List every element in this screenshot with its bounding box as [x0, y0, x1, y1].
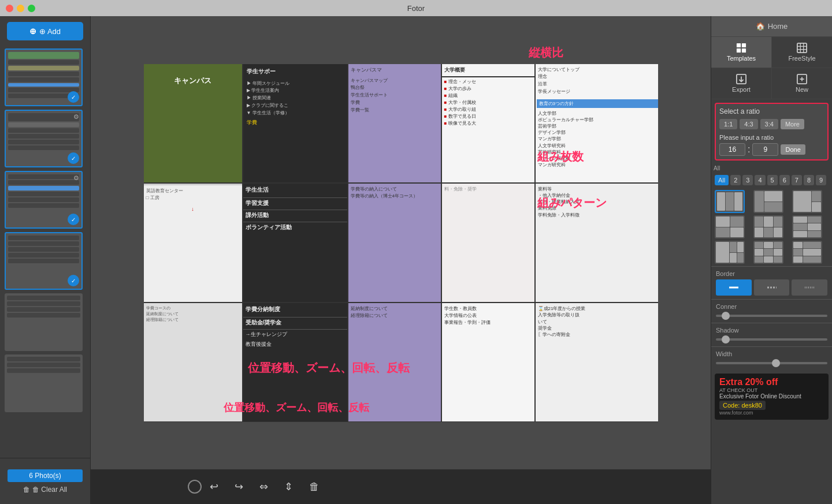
- ratio-1-1[interactable]: 1:1: [719, 119, 737, 129]
- canvas-cell[interactable]: キャンパス: [144, 64, 242, 182]
- canvas-cell[interactable]: 英語教育センター□ 工房 ↓: [144, 184, 242, 302]
- corner-section: Conner: [711, 299, 832, 323]
- templates-label: Templates: [727, 55, 756, 62]
- count-6[interactable]: 6: [779, 175, 790, 185]
- home-button[interactable]: 🏠 Home: [711, 16, 832, 37]
- canvas-cell[interactable]: 学費分納制度 受助金/奨学金 →生チャレンジプ 教育後援金: [243, 303, 347, 421]
- border-style-1[interactable]: [716, 279, 752, 296]
- ratio-3-4[interactable]: 3:4: [760, 119, 778, 129]
- bottom-bar: 6 Photo(s) 🗑 🗑 Clear All: [0, 458, 90, 504]
- minimize-button[interactable]: [17, 5, 24, 12]
- count-4[interactable]: 4: [755, 175, 765, 185]
- promo-banner[interactable]: Extra 20% off AT CHECK OUT Exclusive Fot…: [715, 374, 829, 420]
- pattern-thumb[interactable]: [792, 215, 822, 238]
- svg-rect-2: [737, 48, 741, 53]
- export-button[interactable]: Export: [711, 68, 772, 99]
- canvas-cell[interactable]: 延納制度について 経理除籍について: [348, 303, 441, 421]
- canvas-cell[interactable]: 大学についてトップ 理念 沿革 学長メッセージ 教育の3つの方針 人文学部 ポピ…: [536, 64, 658, 182]
- ratio-input-label: Please input a ratio: [719, 134, 824, 141]
- list-item[interactable]: ⚙ ✓: [5, 171, 83, 229]
- ratio-panel: Select a ratio 1:1 4:3 3:4 More Please i…: [715, 103, 829, 160]
- promo-off-text: Extra 20% off: [719, 377, 824, 387]
- canvas-cell[interactable]: 学生サポー ▶ 年間スケジュール ▶ 学生生活案内 ▶ 授業関連 ▶ クラブに関…: [243, 64, 347, 182]
- templates-button[interactable]: Templates: [711, 37, 772, 68]
- grid-icon: [736, 43, 746, 53]
- pattern-thumb[interactable]: [753, 190, 783, 213]
- promo-code: Code: desk80: [719, 401, 766, 410]
- count-7[interactable]: 7: [792, 175, 802, 185]
- check-badge: ✓: [68, 152, 79, 164]
- distribute-button[interactable]: ⇕: [281, 477, 296, 496]
- photo-count: 6 Photo(s): [8, 469, 83, 482]
- list-item[interactable]: ✓: [5, 48, 83, 106]
- pattern-thumb[interactable]: [792, 190, 822, 213]
- add-label: ⊕ Add: [39, 27, 61, 36]
- new-button[interactable]: New: [772, 68, 832, 99]
- pattern-thumb[interactable]: [715, 241, 745, 264]
- delete-button[interactable]: 🗑: [306, 477, 323, 496]
- maximize-button[interactable]: [28, 5, 35, 12]
- svg-rect-4: [797, 43, 807, 53]
- collage-canvas[interactable]: キャンパス 学生サポー ▶ 年間スケジュール ▶ 学生生活案内 ▶ 授業関連 ▶…: [144, 64, 658, 422]
- close-button[interactable]: [6, 5, 13, 12]
- count-all[interactable]: All: [715, 175, 729, 185]
- border-icon-1: [729, 283, 738, 292]
- pattern-thumb[interactable]: [753, 215, 783, 238]
- count-label: All: [711, 164, 832, 173]
- pattern-thumb[interactable]: [715, 215, 745, 238]
- ratio-4-3[interactable]: 4:3: [740, 119, 757, 129]
- canvas-cell[interactable]: キャンパスマ キャンパスマップ鴨台祭学生生活サポート学費学費一覧: [348, 64, 441, 182]
- left-panel: ⊕ ⊕ Add ✓: [0, 16, 91, 504]
- settings-icon[interactable]: ⚙: [73, 174, 79, 182]
- border-style-3[interactable]: [792, 279, 827, 296]
- settings-icon[interactable]: ⚙: [73, 113, 79, 121]
- freestyle-button[interactable]: FreeStyle: [772, 37, 832, 68]
- new-label: New: [796, 86, 808, 93]
- freestyle-icon: [797, 43, 807, 53]
- freestyle-label: FreeStyle: [788, 55, 815, 62]
- clear-all-button[interactable]: 🗑 🗑 Clear All: [23, 486, 67, 494]
- canvas-toolbar: ↩ ↪ ⇔ ⇕ 🗑: [91, 469, 711, 504]
- canvas-cell[interactable]: 大学概要 ■ 理念・メッセ ■ 大学の歩み ■ 組織 ■ 大学・付属校 ■ 大学…: [442, 64, 534, 182]
- add-button[interactable]: ⊕ ⊕ Add: [7, 22, 83, 40]
- trash-icon: 🗑: [23, 486, 30, 494]
- export-label: Export: [732, 86, 751, 93]
- pattern-thumb[interactable]: [753, 241, 783, 264]
- count-2[interactable]: 2: [730, 175, 741, 185]
- main-layout: ⊕ ⊕ Add ✓: [0, 16, 832, 504]
- canvas-cell[interactable]: 料・免除・奨学: [442, 184, 534, 302]
- count-3[interactable]: 3: [742, 175, 753, 185]
- list-item[interactable]: ✓: [5, 232, 83, 290]
- canvas-cell[interactable]: 業料等 ・他入学納付金 学料・授業料納入方 業料免除 学料免除・入学料徴: [536, 184, 658, 302]
- count-5[interactable]: 5: [767, 175, 778, 185]
- right-panel: 🏠 Home Templates FreeStyle: [711, 16, 832, 504]
- swap-button[interactable]: ⇔: [256, 477, 272, 496]
- count-9[interactable]: 9: [816, 175, 826, 185]
- width-label: Width: [716, 350, 827, 357]
- promo-desc: Exclusive Fotor Online Discount: [719, 393, 824, 400]
- ratio-input-2[interactable]: [752, 143, 778, 156]
- canvas-cell[interactable]: 学費等の納入について 学費等の納入（博士4年コース）: [348, 184, 441, 302]
- ratio-input-1[interactable]: [719, 143, 745, 156]
- home-label: Home: [768, 22, 788, 31]
- pattern-thumb[interactable]: [792, 241, 822, 264]
- pattern-thumb[interactable]: [715, 190, 745, 213]
- list-item[interactable]: [5, 293, 83, 351]
- border-style-2[interactable]: [754, 279, 790, 296]
- title-bar: Fotor: [0, 0, 832, 16]
- undo-button[interactable]: ↩: [206, 477, 222, 496]
- ratio-more-button[interactable]: More: [781, 119, 804, 129]
- list-item[interactable]: [5, 354, 83, 412]
- done-button[interactable]: Done: [781, 144, 805, 155]
- redo-button[interactable]: ↪: [231, 477, 247, 496]
- pattern-count-row: All 2 3 4 5 6 7 8 9: [715, 175, 829, 185]
- app-title: Fotor: [407, 4, 425, 13]
- canvas-cell[interactable]: 学費コースの 延納制度について 経理除籍について: [144, 303, 242, 421]
- canvas-cell[interactable]: ⌛成21年度からの授業 入学免除等の取り扱 いて 奨学金 〖学への寄附金: [536, 303, 658, 421]
- list-item[interactable]: ⚙ ✓: [5, 110, 83, 167]
- patterns-section: [711, 188, 832, 266]
- corner-label: Conner: [716, 303, 827, 310]
- count-8[interactable]: 8: [804, 175, 814, 185]
- canvas-cell[interactable]: 学生生活 学習支援 課外活動 ボランティア活動: [243, 184, 347, 302]
- canvas-cell[interactable]: 学生数・教員数 大学情報の公表 事業報告・学則・評価: [442, 303, 534, 421]
